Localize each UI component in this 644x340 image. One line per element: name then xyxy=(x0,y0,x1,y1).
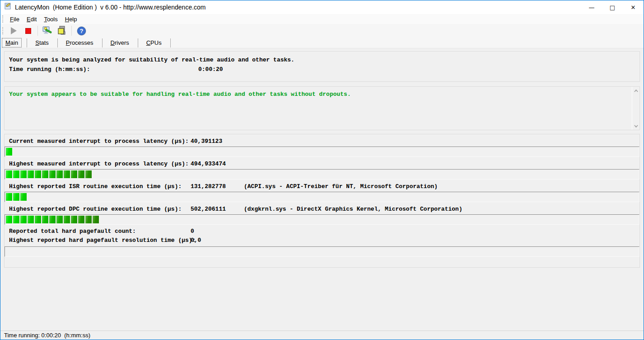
tab-cpus[interactable]: CPUs xyxy=(143,38,165,47)
toolbar-separator xyxy=(71,26,72,36)
verdict-text: Your system appears to be suitable for h… xyxy=(9,91,626,98)
close-icon: ✕ xyxy=(631,4,636,11)
measurement-value: 494,933474 xyxy=(191,161,226,167)
measurement-driver: (dxgkrnl.sys - DirectX Graphics Kernel, … xyxy=(244,206,462,212)
menu-item-file[interactable]: File xyxy=(6,15,23,24)
time-running-value: 0:00:20 xyxy=(198,66,223,73)
tab-main[interactable]: Main xyxy=(2,38,21,47)
tab-stats[interactable]: Stats xyxy=(32,38,52,47)
tab-bar: Main Stats Processes Drivers CPUs xyxy=(0,38,644,48)
main-content: Your system is being analyzed for suitab… xyxy=(0,48,644,331)
verdict-scrollbar[interactable] xyxy=(632,87,639,130)
measurement-label: Highest reported DPC routine execution t… xyxy=(9,206,182,212)
pagefault-label: Highest reported hard pagefault resoluti… xyxy=(9,237,196,244)
play-icon xyxy=(11,27,17,34)
measurement-label: Highest reported ISR routine execution t… xyxy=(9,183,182,190)
minimize-button[interactable]: — xyxy=(581,0,602,14)
measurement-row: Highest measured interrupt to process la… xyxy=(5,159,639,179)
analysis-panel: Your system is being analyzed for suitab… xyxy=(4,51,640,82)
measurement-row: Highest reported DPC routine execution t… xyxy=(5,204,639,225)
window-controls: — □ ✕ xyxy=(581,0,644,14)
tab-drivers[interactable]: Drivers xyxy=(107,38,132,47)
measurement-driver: (ACPI.sys - ACPI-Treiber für NT, Microso… xyxy=(244,183,438,190)
windows-button[interactable] xyxy=(55,25,69,37)
title-bar: LatencyMon (Home Edition ) v 6.00 - http… xyxy=(0,0,644,14)
close-button[interactable]: ✕ xyxy=(623,0,644,14)
toolbar-grip xyxy=(2,15,5,23)
stop-icon xyxy=(25,28,31,34)
measurements-panel: Current measured interrupt to process la… xyxy=(4,134,640,268)
toolbar-separator xyxy=(37,26,38,36)
scroll-down-icon[interactable] xyxy=(632,122,639,130)
toolbar: ? xyxy=(0,24,644,38)
copy-windows-icon xyxy=(57,26,67,36)
analyze-monitor-icon xyxy=(42,26,53,36)
maximize-icon: □ xyxy=(610,4,615,11)
status-bar: Time running: 0:00:20 (h:mm:ss) xyxy=(0,331,644,340)
measurement-value: 131,282778 xyxy=(191,183,226,190)
measurement-row: Current measured interrupt to process la… xyxy=(5,137,639,157)
time-running-label: Time running (h:mm:ss): xyxy=(9,66,90,73)
help-button[interactable]: ? xyxy=(74,25,89,37)
app-window: LatencyMon (Home Edition ) v 6.00 - http… xyxy=(0,0,644,340)
measurement-label: Highest measured interrupt to process la… xyxy=(9,161,189,167)
progress-bar xyxy=(5,146,639,157)
stop-monitor-button[interactable] xyxy=(21,25,35,37)
app-icon xyxy=(5,3,12,12)
analyze-button[interactable] xyxy=(40,25,55,37)
status-text: Time running: 0:00:20 (h:mm:ss) xyxy=(4,332,90,339)
measurement-row: Highest reported ISR routine execution t… xyxy=(5,182,639,202)
verdict-panel: Your system appears to be suitable for h… xyxy=(4,86,640,130)
tab-processes[interactable]: Processes xyxy=(63,38,97,47)
pagefault-label: Reported total hard pagefault count: xyxy=(9,228,136,235)
progress-bar xyxy=(5,192,639,202)
minimize-icon: — xyxy=(589,4,595,11)
scroll-up-icon[interactable] xyxy=(632,87,639,94)
window-title: LatencyMon (Home Edition ) v 6.00 - http… xyxy=(15,4,206,11)
progress-bar xyxy=(5,169,639,179)
maximize-button[interactable]: □ xyxy=(602,0,623,14)
pagefault-value: 0 xyxy=(191,228,194,235)
menu-bar: File Edit Tools Help xyxy=(0,14,644,24)
svg-text:?: ? xyxy=(79,28,83,34)
menu-item-tools[interactable]: Tools xyxy=(40,15,61,24)
pagefault-row: Reported total hard pagefault count: 0 xyxy=(5,227,639,236)
menu-item-edit[interactable]: Edit xyxy=(23,15,40,24)
analysis-line: Your system is being analyzed for suitab… xyxy=(9,57,294,63)
start-monitor-button[interactable] xyxy=(6,25,21,37)
empty-progress-bar xyxy=(5,246,639,257)
measurement-label: Current measured interrupt to process la… xyxy=(9,138,189,145)
measurement-value: 40,391123 xyxy=(191,138,222,145)
toolbar-grip xyxy=(2,27,5,34)
pagefault-value: 0,0 xyxy=(191,237,201,244)
help-icon: ? xyxy=(76,26,87,36)
progress-bar xyxy=(5,214,639,225)
pagefault-row: Highest reported hard pagefault resoluti… xyxy=(5,236,639,245)
measurement-value: 502,206111 xyxy=(191,206,226,212)
menu-item-help[interactable]: Help xyxy=(61,15,81,24)
